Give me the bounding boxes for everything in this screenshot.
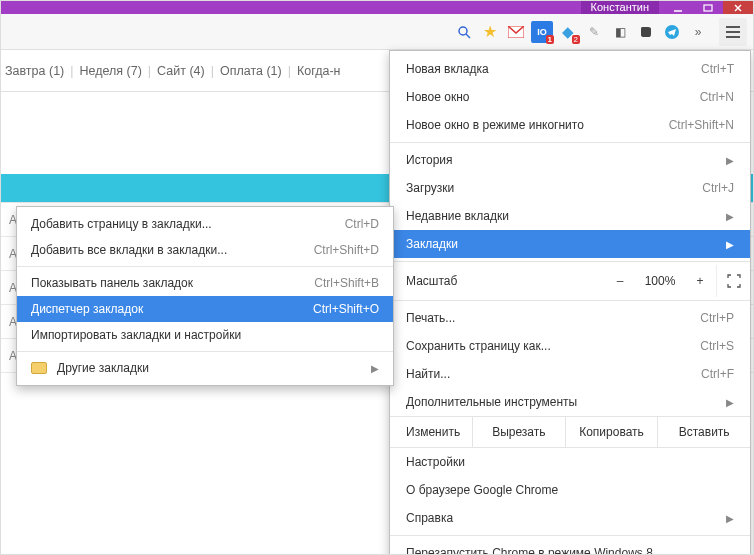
- chevron-right-icon: ▶: [726, 397, 734, 408]
- shortcut-text: Ctrl+T: [701, 62, 734, 76]
- menu-settings[interactable]: Настройки: [390, 448, 750, 476]
- submenu-import[interactable]: Импортировать закладки и настройки: [17, 322, 393, 348]
- magnifier-icon[interactable]: [453, 21, 475, 43]
- tag-icon[interactable]: ◆2: [557, 21, 579, 43]
- star-icon[interactable]: ★: [479, 21, 501, 43]
- maximize-button[interactable]: [693, 1, 723, 14]
- filter-tab[interactable]: Неделя (7): [80, 64, 142, 78]
- menu-history[interactable]: История▶: [390, 146, 750, 174]
- menu-help[interactable]: Справка▶: [390, 504, 750, 532]
- evernote-icon[interactable]: [635, 21, 657, 43]
- submenu-other-bookmarks[interactable]: Другие закладки ▶: [17, 355, 393, 381]
- chevron-right-icon: ▶: [726, 155, 734, 166]
- zoom-in-button[interactable]: +: [684, 265, 716, 297]
- brush-icon[interactable]: ✎: [583, 21, 605, 43]
- submenu-add-page[interactable]: Добавить страницу в закладки...Ctrl+D: [17, 211, 393, 237]
- menu-incognito[interactable]: Новое окно в режиме инкогнитоCtrl+Shift+…: [390, 111, 750, 139]
- svg-point-4: [459, 27, 467, 35]
- chevron-right-icon: ▶: [726, 239, 734, 250]
- filter-tab[interactable]: Когда-н: [297, 64, 341, 78]
- io-icon[interactable]: IO1: [531, 21, 553, 43]
- gmail-icon[interactable]: [505, 21, 527, 43]
- bookmarks-submenu: Добавить страницу в закладки...Ctrl+D До…: [16, 206, 394, 386]
- edit-label: Изменить: [390, 417, 472, 447]
- menu-bookmarks[interactable]: Закладки▶: [390, 230, 750, 258]
- filter-tab[interactable]: Оплата (1): [220, 64, 282, 78]
- paste-button[interactable]: Вставить: [657, 417, 750, 447]
- close-button[interactable]: [723, 1, 753, 14]
- filter-tab[interactable]: Завтра (1): [5, 64, 64, 78]
- menu-find[interactable]: Найти...Ctrl+F: [390, 360, 750, 388]
- chrome-menu-button[interactable]: [719, 18, 747, 46]
- zoom-value: 100%: [636, 274, 684, 288]
- menu-about[interactable]: О браузере Google Chrome: [390, 476, 750, 504]
- menu-more-tools[interactable]: Дополнительные инструменты▶: [390, 388, 750, 416]
- user-name-tag[interactable]: Константин: [581, 1, 659, 14]
- svg-line-5: [466, 34, 470, 38]
- square-icon[interactable]: ◧: [609, 21, 631, 43]
- menu-new-window[interactable]: Новое окноCtrl+N: [390, 83, 750, 111]
- chevron-right-icon: ▶: [726, 211, 734, 222]
- menu-recent-tabs[interactable]: Недавние вкладки▶: [390, 202, 750, 230]
- minimize-button[interactable]: [663, 1, 693, 14]
- svg-rect-1: [704, 5, 712, 11]
- folder-icon: [31, 362, 47, 374]
- menu-downloads[interactable]: ЗагрузкиCtrl+J: [390, 174, 750, 202]
- submenu-bookmark-manager[interactable]: Диспетчер закладокCtrl+Shift+O: [17, 296, 393, 322]
- menu-edit-row: Изменить Вырезать Копировать Вставить: [390, 416, 750, 448]
- zoom-label: Масштаб: [406, 274, 604, 288]
- chevron-right-icon: ▶: [371, 363, 379, 374]
- zoom-out-button[interactable]: –: [604, 265, 636, 297]
- copy-button[interactable]: Копировать: [565, 417, 658, 447]
- cut-button[interactable]: Вырезать: [472, 417, 565, 447]
- telegram-icon[interactable]: [661, 21, 683, 43]
- menu-print[interactable]: Печать...Ctrl+P: [390, 304, 750, 332]
- filter-tab[interactable]: Сайт (4): [157, 64, 205, 78]
- toolbar: ★ IO1 ◆2 ✎ ◧ »: [1, 14, 753, 50]
- overflow-icon[interactable]: »: [687, 21, 709, 43]
- menu-zoom: Масштаб – 100% +: [390, 265, 750, 297]
- menu-new-tab[interactable]: Новая вкладкаCtrl+T: [390, 55, 750, 83]
- submenu-show-bar[interactable]: Показывать панель закладокCtrl+Shift+B: [17, 270, 393, 296]
- menu-relaunch-win8[interactable]: Перезапустить Chrome в режиме Windows 8: [390, 539, 750, 555]
- chevron-right-icon: ▶: [726, 513, 734, 524]
- chrome-main-menu: Новая вкладкаCtrl+T Новое окноCtrl+N Нов…: [389, 50, 751, 555]
- submenu-add-all[interactable]: Добавить все вкладки в закладки...Ctrl+S…: [17, 237, 393, 263]
- fullscreen-icon[interactable]: [716, 265, 750, 297]
- menu-save-as[interactable]: Сохранить страницу как...Ctrl+S: [390, 332, 750, 360]
